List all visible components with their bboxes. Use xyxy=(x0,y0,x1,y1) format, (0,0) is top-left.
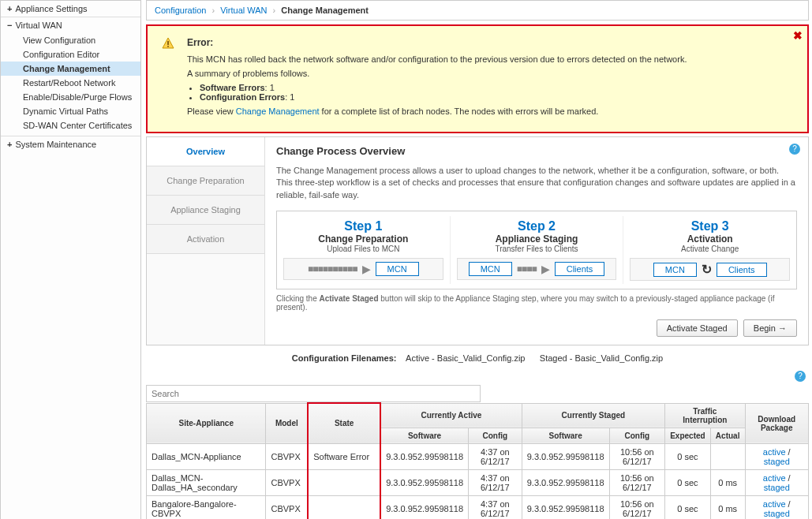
cell-model: CBVPX xyxy=(266,495,308,519)
activate-staged-note: Clicking the Activate Staged button will… xyxy=(276,294,797,312)
step-3: Step 3 Activation Activate Change MCN ↻ … xyxy=(623,216,796,284)
expand-icon: + xyxy=(7,140,12,149)
th-cs-software[interactable]: Software xyxy=(522,428,609,443)
sidebar-section-label: Appliance Settings xyxy=(15,4,87,13)
sidebar-item-view-configuration[interactable]: View Configuration xyxy=(1,33,140,47)
link-download-active[interactable]: active xyxy=(763,473,786,483)
cell-site: Dallas_MCN-Dallas_HA_secondary xyxy=(147,469,266,495)
collapse-icon: − xyxy=(7,21,12,30)
sidebar-section-virtual-wan[interactable]: −Virtual WAN xyxy=(1,17,140,33)
refresh-icon: ↻ xyxy=(702,262,712,277)
step-flow: MCN ↻ Clients xyxy=(630,258,790,281)
tab-appliance-staging[interactable]: Appliance Staging xyxy=(147,196,264,225)
search-input[interactable] xyxy=(146,385,481,402)
cell-ca-cfg: 4:37 on 6/12/17 xyxy=(469,495,522,519)
error-text-line1: This MCN has rolled back the network sof… xyxy=(187,54,776,64)
sidebar-section-label: System Maintenance xyxy=(15,140,96,149)
step-number: Step 3 xyxy=(630,219,790,233)
sidebar-section-system-maintenance[interactable]: +System Maintenance xyxy=(1,136,140,152)
link-download-active[interactable]: active xyxy=(763,499,786,509)
error-link-change-management[interactable]: Change Management xyxy=(236,106,320,116)
sidebar-item-change-management[interactable]: Change Management xyxy=(1,62,140,76)
breadcrumb-configuration[interactable]: Configuration xyxy=(155,6,206,15)
config-staged-value: Basic_Valid_Config.zip xyxy=(574,353,663,363)
activate-staged-button[interactable]: Activate Staged xyxy=(657,319,738,337)
sidebar-item-dynamic-virtual-paths[interactable]: Dynamic Virtual Paths xyxy=(1,104,140,118)
link-download-staged[interactable]: staged xyxy=(764,509,790,518)
sidebar-item-enable-disable-purge[interactable]: Enable/Disable/Purge Flows xyxy=(1,90,140,104)
sidebar-section-appliance-settings[interactable]: +Appliance Settings xyxy=(1,1,140,17)
help-icon[interactable]: ? xyxy=(789,144,800,155)
breadcrumb-current: Change Management xyxy=(281,6,369,15)
cell-download: active / staged xyxy=(745,495,808,519)
tab-change-preparation[interactable]: Change Preparation xyxy=(147,166,264,196)
begin-button[interactable]: Begin → xyxy=(743,319,797,337)
svg-rect-2 xyxy=(167,46,169,47)
cell-expected: 0 sec xyxy=(665,495,711,519)
cell-model: CBVPX xyxy=(266,443,308,469)
appliance-table: Site-Appliance Model State Currently Act… xyxy=(146,402,809,519)
sidebar-item-sdwan-center-certificates[interactable]: SD-WAN Center Certificates xyxy=(1,118,140,133)
th-download-package[interactable]: Download Package xyxy=(745,403,808,443)
cell-ca-cfg: 4:37 on 6/12/17 xyxy=(469,469,522,495)
step-title: Change Preparation xyxy=(283,233,443,245)
sidebar: +Appliance Settings −Virtual WAN View Co… xyxy=(0,0,141,519)
cell-ca-sw: 9.3.0.952.99598118 xyxy=(380,469,468,495)
th-ca-software[interactable]: Software xyxy=(380,428,468,443)
tab-overview[interactable]: Overview xyxy=(147,137,264,166)
cell-cs-cfg: 10:56 on 6/12/17 xyxy=(609,495,665,519)
cell-ca-sw: 9.3.0.952.99598118 xyxy=(380,443,468,469)
cell-cs-sw: 9.3.0.952.99598118 xyxy=(522,469,609,495)
breadcrumb-virtual-wan[interactable]: Virtual WAN xyxy=(220,6,267,15)
link-download-active[interactable]: active xyxy=(763,447,786,457)
cell-site: Dallas_MCN-Appliance xyxy=(147,443,266,469)
panel-description: The Change Management process allows a u… xyxy=(276,165,797,201)
th-currently-staged[interactable]: Currently Staged xyxy=(522,403,664,428)
chip-mcn: MCN xyxy=(469,262,512,276)
warning-icon xyxy=(162,37,174,50)
th-actual[interactable]: Actual xyxy=(710,428,745,443)
chip-clients: Clients xyxy=(555,262,605,276)
step-subtitle: Activate Change xyxy=(630,245,790,253)
step-number: Step 1 xyxy=(283,219,443,233)
th-state[interactable]: State xyxy=(308,403,380,443)
expand-icon: + xyxy=(7,4,12,13)
tab-activation[interactable]: Activation xyxy=(147,225,264,254)
th-model[interactable]: Model xyxy=(266,403,308,443)
th-ca-config[interactable]: Config xyxy=(469,428,522,443)
th-expected[interactable]: Expected xyxy=(665,428,711,443)
cell-site: Bangalore-Bangalore-CBVPX xyxy=(147,495,266,519)
chip-mcn: MCN xyxy=(653,263,697,277)
sidebar-item-restart-reboot[interactable]: Restart/Reboot Network xyxy=(1,76,140,90)
sidebar-item-configuration-editor[interactable]: Configuration Editor xyxy=(1,47,140,62)
th-traffic-interruption[interactable]: Traffic Interruption xyxy=(665,403,745,428)
table-row: Bangalore-Bangalore-CBVPXCBVPX9.3.0.952.… xyxy=(147,495,809,519)
cell-actual: 0 ms xyxy=(710,495,745,519)
cell-expected: 0 sec xyxy=(665,443,711,469)
config-active-label: Active - xyxy=(406,353,437,363)
panel-title: Change Process Overview xyxy=(276,145,797,157)
th-cs-config[interactable]: Config xyxy=(609,428,665,443)
error-bullet-software: Software Errors: 1 xyxy=(200,83,776,92)
cell-cs-cfg: 10:56 on 6/12/17 xyxy=(609,469,665,495)
cell-expected: 0 sec xyxy=(665,469,711,495)
process-step-nav: Overview Change Preparation Appliance St… xyxy=(147,137,265,345)
chevron-right-icon: › xyxy=(273,6,276,15)
help-icon[interactable]: ? xyxy=(795,371,806,382)
th-site-appliance[interactable]: Site-Appliance xyxy=(147,403,266,443)
cell-state: Software Error xyxy=(308,443,380,469)
arrow-right-icon: ▶ xyxy=(541,263,550,275)
cell-download: active / staged xyxy=(745,469,808,495)
close-icon[interactable]: ✖ xyxy=(793,29,803,42)
step-number: Step 2 xyxy=(457,219,617,233)
config-active-value: Basic_Valid_Config.zip xyxy=(437,353,526,363)
cell-download: active / staged xyxy=(745,443,808,469)
dotted-line-icon: ■■■■■■■■■■ xyxy=(308,263,357,274)
link-download-staged[interactable]: staged xyxy=(764,483,790,492)
arrow-right-icon: ▶ xyxy=(362,263,371,275)
step-subtitle: Upload Files to MCN xyxy=(283,245,443,253)
th-currently-active[interactable]: Currently Active xyxy=(380,403,522,428)
link-download-staged[interactable]: staged xyxy=(764,457,790,466)
chip-clients: Clients xyxy=(717,263,767,277)
cell-actual xyxy=(710,443,745,469)
